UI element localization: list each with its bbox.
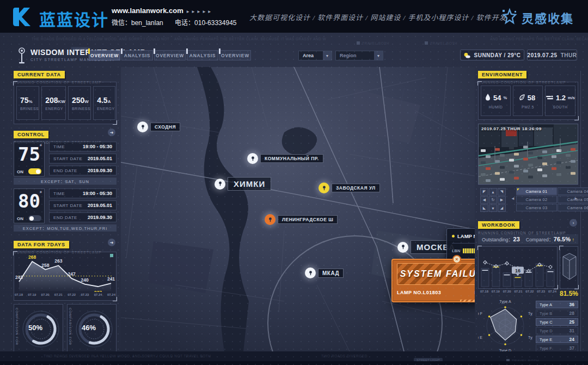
bulb-icon: ☀ (39, 143, 42, 148)
type-row-e[interactable]: Type E 24 (536, 336, 578, 343)
arrows-decor: ►►►►► (186, 9, 213, 14)
camera-button-5[interactable]: Camera 05 (558, 196, 588, 203)
type-value: 36 (569, 302, 574, 307)
data-label: 243 (15, 275, 23, 280)
weather-text: SUNNDAY / 29°C (474, 52, 520, 58)
map-place-white[interactable]: МКАД (305, 267, 344, 278)
type-row-d[interactable]: Type D 31 (536, 327, 578, 334)
comparison-gauge: COMPARISON FOR 50% (14, 304, 63, 353)
type-row-f[interactable]: Type F 37 (536, 344, 578, 352)
date-box: 2019.07.25 THUR (527, 50, 577, 60)
workbook-expand-button[interactable]: › (569, 219, 577, 227)
lamp-pin-icon[interactable] (305, 267, 316, 278)
cube-icon (561, 251, 578, 284)
reset-rotate-icon[interactable]: ↻ (489, 196, 497, 204)
pan-left-icon[interactable]: ◀ (480, 196, 488, 204)
workbook-badge: WORKBOOK (478, 221, 519, 229)
tab-analysis-3[interactable]: ANALYSIS (187, 50, 218, 60)
power-toggle[interactable] (28, 168, 41, 174)
camera-dpad: ◤▲◥◀↻▶◣▼◢ (480, 188, 506, 212)
weather-box: SUNNDAY / 29°C (460, 50, 524, 60)
7days-expand-button[interactable]: ➜ (108, 239, 115, 246)
camera-button-1[interactable]: Camera 01 (516, 187, 557, 195)
decor-text: TWO ROADS DIVERGED IN A YELLOW WOOD, AND… (44, 354, 211, 358)
lamp-pin-icon[interactable] (137, 121, 148, 132)
decor-travel: TRAVEL BOTH (430, 41, 457, 45)
x-axis-label: 07.18 (15, 293, 23, 296)
lamp-pin-icon[interactable] (265, 214, 275, 225)
chevron-down-icon: ▼ (323, 51, 332, 60)
camera-feed[interactable]: 2019.07.25 THUR 18:26:09 (478, 124, 578, 185)
more-button[interactable]: MORE › (475, 290, 475, 295)
collect-link[interactable]: 灵感收集 (522, 9, 574, 26)
lamp-pin-icon[interactable] (247, 153, 258, 164)
decor-travel: TRAVEL BOTH (362, 41, 389, 45)
type-row-a[interactable]: Type A 36 (536, 301, 578, 308)
status-dot (452, 235, 455, 238)
close-icon[interactable]: × (452, 255, 461, 264)
control-row-time: TIME19:00 - 05:30 (49, 188, 117, 198)
tab-overview-0[interactable]: OVERVIEW (89, 50, 120, 60)
droplet-icon (485, 93, 491, 103)
pan-up-icon[interactable]: ▲ (489, 188, 497, 196)
x-axis-label: 07.22 (525, 290, 534, 293)
lamp-pin-icon[interactable] (318, 182, 329, 193)
data-label: 263 (54, 258, 62, 264)
phone-contact: 电话：010-63334945 (175, 19, 236, 27)
region-dropdown[interactable]: Region ▼ (335, 51, 383, 60)
camera-button-2[interactable]: Camera 02 (516, 196, 557, 203)
type-row-c[interactable]: Type C 25 (536, 318, 578, 326)
failure-hazard-box: SYSTEM FAILURE (397, 263, 475, 285)
streetlamp-icon (17, 47, 26, 65)
lamp-pin-icon[interactable] (215, 179, 225, 190)
x-axis-label: 07.18 (480, 290, 488, 293)
control-row-start-date: START DATE2019.05.01 (49, 200, 117, 210)
pan-right-icon[interactable]: ▶ (498, 196, 506, 204)
x-axis-label: 07.20 (41, 293, 50, 296)
control-row-start-date: START DATE2019.05.01 (49, 154, 117, 163)
camera-button-6[interactable]: Camera 06 (558, 204, 588, 211)
system-failure-alert: × SYSTEM FAILURE LAMP NO.L01803 MORE › (391, 259, 475, 302)
map-place-white[interactable]: КОММУНАЛЬНЫЙ ПР. (247, 153, 323, 164)
map-place-white[interactable]: ХИМКИ (215, 177, 271, 191)
power-state: ON (17, 216, 23, 221)
area-dropdown-value: Area (303, 53, 314, 58)
control-expand-button[interactable]: ➜ (108, 129, 115, 136)
decor-text: TWO ROADS DIVERGED (321, 354, 367, 358)
workbook-bar-chart: 16 (479, 247, 556, 290)
gauge-label: COMPARISON FOR (69, 308, 72, 345)
compared-value: 76.5% (554, 236, 571, 242)
promo-banner: 蓝蓝设计 www.lanlanwork.com ►►►►► 微信：ben_lan… (0, 0, 588, 33)
pan-down-icon[interactable]: ▼ (489, 204, 497, 212)
pan-down-right-icon[interactable]: ◢ (498, 204, 506, 212)
camera-button-4[interactable]: Camera 04 (558, 187, 588, 195)
map-place-yellow[interactable]: ЗАВОДСКАЯ УЛ (318, 182, 380, 193)
power-toggle[interactable] (28, 215, 41, 221)
camera-button-3[interactable]: Camera 03 (516, 204, 557, 211)
hazard-stripes (460, 300, 475, 302)
workbook-axis-labels: 07.1807.1907.2007.2107.2207.2307.24 (480, 290, 556, 293)
pan-up-left-icon[interactable]: ◤ (480, 188, 488, 196)
camera-prev-icon[interactable]: ◄ (511, 196, 515, 201)
lamp-pin-icon[interactable] (397, 242, 408, 253)
tab-overview-4[interactable]: OVERVIEW (219, 50, 251, 60)
lbn-label: LBN (452, 248, 460, 253)
env-card: 54% HUMID (481, 86, 511, 116)
camera-next-icon[interactable]: ► (574, 196, 578, 201)
area-dropdown[interactable]: Area ▼ (298, 51, 332, 60)
pan-down-left-icon[interactable]: ◣ (480, 204, 488, 212)
except-days: EXCEPT：SAT、SUN (14, 178, 117, 185)
place-label: ЗАВОДСКАЯ УЛ (332, 184, 380, 192)
tab-overview-2[interactable]: OVERVIEW (154, 50, 186, 60)
tab-analysis-1[interactable]: ANALYSIS (121, 50, 153, 60)
type-row-b[interactable]: Type B 28 (536, 309, 578, 317)
type-name: Type A (540, 302, 552, 307)
map-place-orange[interactable]: ЛЕНИНГРАДСКОЕ Ш (265, 214, 338, 225)
brand-url[interactable]: www.lanlanwork.com (112, 7, 183, 15)
map-place-white[interactable]: СХОДНЯ (137, 121, 180, 132)
data-label: 268 (28, 254, 36, 260)
brightness-bar[interactable] (463, 248, 475, 253)
city-map[interactable]: СХОДНЯ КОММУНАЛЬНЫЙ ПР. ХИМКИ ЗАВОДСКАЯ … (121, 67, 475, 351)
pan-up-right-icon[interactable]: ◥ (498, 188, 506, 196)
inspiration-star-icon (501, 8, 518, 25)
